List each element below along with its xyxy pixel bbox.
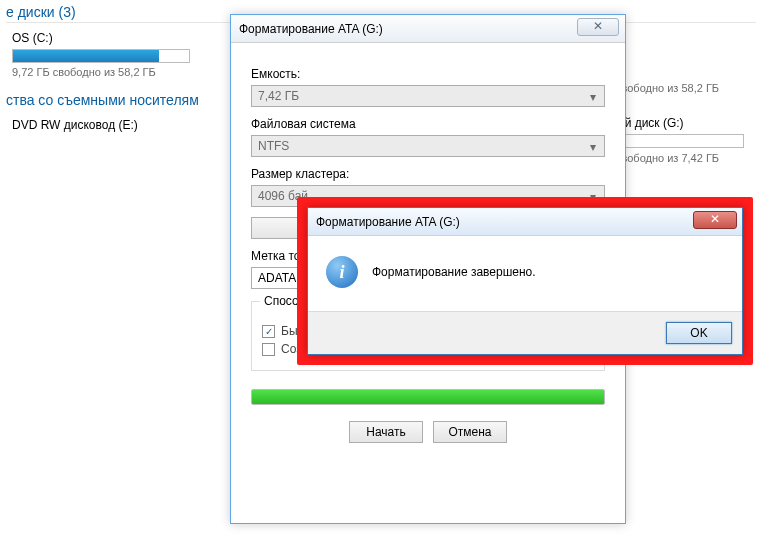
right-free-1: свободно из 58,2 ГБ xyxy=(616,82,756,94)
filesystem-value: NTFS xyxy=(258,139,289,153)
capacity-label: Емкость: xyxy=(251,67,605,81)
alert-message: Форматирование завершено. xyxy=(372,265,536,279)
chevron-down-icon: ▾ xyxy=(585,139,600,154)
ok-button[interactable]: OK xyxy=(666,322,732,344)
checkbox-icon xyxy=(262,343,275,356)
filesystem-select[interactable]: NTFS ▾ xyxy=(251,135,605,157)
capacity-select[interactable]: 7,42 ГБ ▾ xyxy=(251,85,605,107)
capacity-value: 7,42 ГБ xyxy=(258,89,299,103)
cluster-label: Размер кластера: xyxy=(251,167,605,181)
chevron-down-icon: ▾ xyxy=(585,89,600,104)
alert-body: Форматирование завершено. xyxy=(308,236,742,308)
format-titlebar[interactable]: Форматирование ATA (G:) ✕ xyxy=(231,15,625,43)
right-column: свободно из 58,2 ГБ ый диск (G:) свободн… xyxy=(616,78,756,164)
info-icon xyxy=(326,256,358,288)
highlight-box: Форматирование ATA (G:) ✕ Форматирование… xyxy=(297,197,753,365)
capacity-bar xyxy=(12,49,190,63)
alert-footer: OK xyxy=(308,311,742,354)
right-free-2: свободно из 7,42 ГБ xyxy=(616,152,756,164)
filesystem-label: Файловая система xyxy=(251,117,605,131)
close-icon[interactable]: ✕ xyxy=(577,18,619,36)
alert-title: Форматирование ATA (G:) xyxy=(316,215,460,229)
volume-value: ADATA xyxy=(258,271,296,285)
capacity-bar-g xyxy=(616,134,744,148)
close-icon[interactable]: ✕ xyxy=(693,211,737,229)
progress-bar xyxy=(251,389,605,405)
alert-titlebar[interactable]: Форматирование ATA (G:) ✕ xyxy=(308,208,742,236)
dialog-buttons: Начать Отмена xyxy=(251,421,605,443)
format-title: Форматирование ATA (G:) xyxy=(239,22,383,36)
start-button[interactable]: Начать xyxy=(349,421,423,443)
alert-dialog: Форматирование ATA (G:) ✕ Форматирование… xyxy=(307,207,743,355)
drive-g-label: ый диск (G:) xyxy=(616,116,756,130)
capacity-fill xyxy=(13,50,159,62)
cancel-button[interactable]: Отмена xyxy=(433,421,507,443)
checkbox-icon xyxy=(262,325,275,338)
